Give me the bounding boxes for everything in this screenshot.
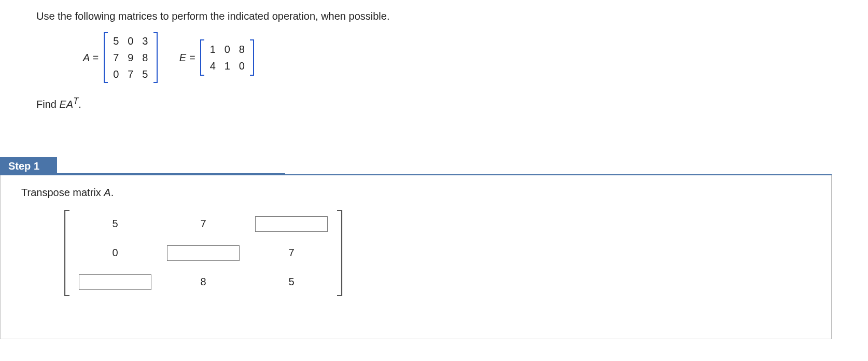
matrix-entry-value: 7 bbox=[200, 218, 206, 230]
matrix-definitions: A = 503 798 075 E = 108 410 bbox=[83, 32, 868, 84]
problem-prompt: Use the following matrices to perform th… bbox=[36, 10, 868, 22]
step-instruction: Transpose matrix A. bbox=[21, 187, 817, 199]
left-bracket-icon bbox=[103, 32, 109, 84]
matrix-entry-value: 5 bbox=[288, 276, 294, 288]
left-bracket-icon bbox=[199, 39, 205, 76]
matrix-entry-value: 5 bbox=[112, 218, 118, 230]
matrix-entry-input[interactable] bbox=[79, 274, 151, 290]
matrix-entry-input[interactable] bbox=[167, 245, 240, 261]
step-tab: Step 1 bbox=[0, 157, 57, 175]
right-bracket-icon bbox=[249, 39, 255, 76]
matrix-entry-value: 0 bbox=[112, 247, 118, 259]
right-bracket-icon bbox=[152, 32, 159, 84]
right-bracket-icon bbox=[335, 209, 344, 297]
left-bracket-icon bbox=[63, 209, 71, 297]
matrix-a: 503 798 075 bbox=[103, 32, 159, 84]
step-header: Step 1 bbox=[0, 157, 832, 175]
matrix-a-grid: 503 798 075 bbox=[109, 32, 152, 84]
transpose-grid: 570785 bbox=[71, 210, 335, 297]
matrix-entry-input[interactable] bbox=[255, 216, 328, 232]
matrix-e: 108 410 bbox=[199, 39, 255, 76]
matrix-entry-value: 7 bbox=[288, 247, 294, 259]
find-instruction: Find EAT. bbox=[36, 96, 868, 110]
transpose-matrix: 570785 bbox=[63, 209, 817, 297]
matrix-e-grid: 108 410 bbox=[205, 39, 249, 76]
step-body: Transpose matrix A. 570785 bbox=[0, 175, 832, 339]
matrix-a-label: A = bbox=[83, 52, 99, 64]
matrix-entry-value: 8 bbox=[200, 276, 206, 288]
matrix-e-label: E = bbox=[179, 52, 195, 64]
